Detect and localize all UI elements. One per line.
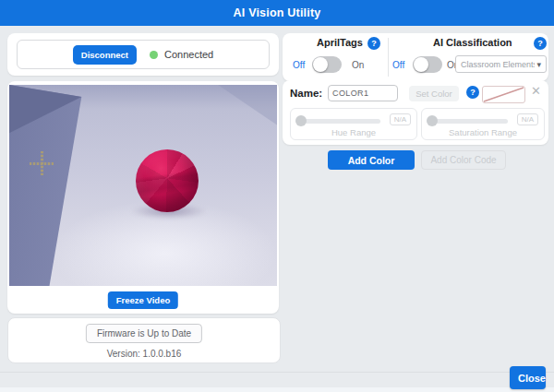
disconnect-button[interactable]: Disconnect [73,45,137,65]
color-name-input[interactable] [328,85,398,101]
apriltags-title: AprilTags [317,37,363,48]
saturation-value-badge: N/A [517,113,538,125]
color-editor-card: Name: Set Color ? ✕ N/A Hue Range N/A Sa… [283,80,548,145]
connection-status: Connected [150,49,213,60]
bottom-strip [0,387,554,392]
hue-slider-knob[interactable] [295,115,307,126]
freeze-video-button[interactable]: Freeze Video [108,291,178,309]
crosshair-reticle-icon [30,151,54,175]
saturation-slider-knob[interactable] [427,115,438,126]
set-color-button[interactable]: Set Color [409,86,459,101]
video-card: Freeze Video [7,81,279,314]
title-bar: AI Vision Utility [0,0,554,26]
hue-range-label: Hue Range [291,127,416,137]
connected-status-dot-icon [150,51,158,59]
apriltags-toggle[interactable] [312,56,342,73]
apriltags-off-label: Off [293,60,305,70]
connection-card: Disconnect Connected [7,33,279,76]
firmware-status-button[interactable]: Firmware is Up to Date [86,324,202,343]
color-help-icon[interactable]: ? [466,86,479,99]
crosshair-vertical [41,151,43,175]
ai-classification-toggle[interactable] [413,56,442,73]
hue-value-badge: N/A [390,113,411,125]
saturation-slider-track [430,119,508,124]
apriltags-help-icon[interactable]: ? [367,37,380,50]
hue-range-panel: N/A Hue Range [290,108,417,140]
color-name-label: Name: [290,88,322,99]
apriltags-toggle-knob [313,57,328,72]
section-divider [388,38,389,77]
firmware-card: Firmware is Up to Date Version: 1.0.0.b1… [7,317,281,363]
add-color-button[interactable]: Add Color [328,150,415,170]
add-color-code-button[interactable]: Add Color Code [421,150,506,170]
close-button[interactable]: Close [510,366,546,389]
ai-vision-utility-window: AI Vision Utility Disconnect Connected F… [0,0,554,392]
camera-video-feed[interactable] [9,85,277,286]
red-faceted-ball [136,149,199,212]
window-title: AI Vision Utility [234,6,321,19]
remove-color-icon[interactable]: ✕ [531,85,541,97]
firmware-version-label: Version: 1.0.0.b16 [8,349,280,359]
ai-classification-help-icon[interactable]: ? [534,37,547,50]
saturation-range-label: Saturation Range [422,127,544,137]
connection-status-box: Disconnect Connected [17,40,270,69]
detection-card: AprilTags ? Off On AI Classification ? O… [283,33,548,81]
ai-classification-title: AI Classification [433,37,512,48]
hue-slider-track [299,119,380,124]
dataset-dropdown[interactable]: Classroom Elements ▾ [455,55,547,73]
ai-classification-off-label: Off [392,60,404,70]
color-swatch-empty [482,86,525,103]
footer-divider [0,372,554,373]
apriltags-on-label: On [352,60,364,70]
saturation-range-panel: N/A Saturation Range [421,108,545,140]
ai-classification-toggle-knob [414,57,428,72]
dataset-dropdown-value: Classroom Elements [461,60,535,69]
connection-status-label: Connected [164,49,213,60]
chevron-down-icon: ▾ [536,60,541,69]
